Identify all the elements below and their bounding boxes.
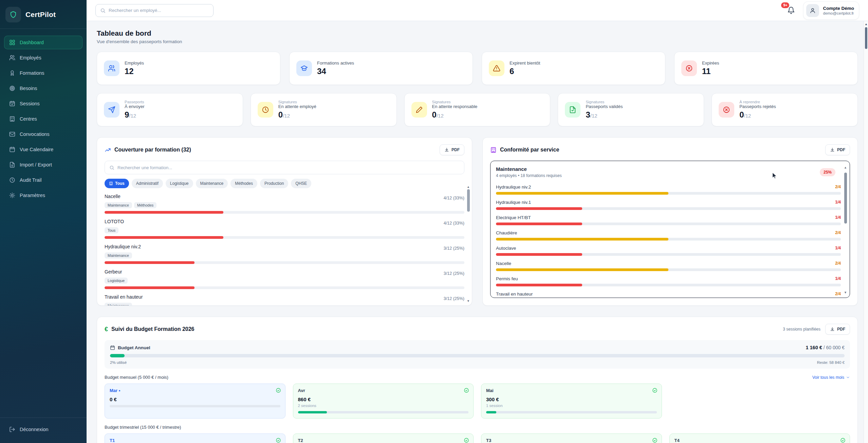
progress-track <box>105 286 464 289</box>
stat-value: 12 <box>125 67 144 76</box>
filter-chip-maintenance[interactable]: Maintenance <box>196 179 228 188</box>
formation-value: 3/12 (25%) <box>444 271 464 276</box>
scroll-up-arrow[interactable]: ▲ <box>467 185 470 189</box>
filter-chip-tous[interactable]: Tous <box>105 179 129 188</box>
account-menu[interactable]: Compte Démo demo@certpilot.fr <box>803 1 859 20</box>
formation-value: 3/12 (25%) <box>444 296 464 301</box>
calendar-icon <box>9 146 15 153</box>
filter-chip-administratif[interactable]: Administratif <box>132 179 163 188</box>
stat-card-expirent-bientot: Expirent bientôt 6 <box>482 52 665 85</box>
send-icon <box>104 102 119 118</box>
filter-chip-methodes[interactable]: Méthodes <box>230 179 257 188</box>
budget-pdf-button[interactable]: PDF <box>825 324 850 335</box>
sidebar: CertPilot Dashboard Employés Formations … <box>0 0 87 443</box>
sidebar-item-besoins[interactable]: Besoins <box>4 82 82 95</box>
stat-label: En attente employé <box>278 104 316 109</box>
stat-value: 0/12 <box>278 110 316 120</box>
alert-triangle-icon <box>489 60 504 76</box>
filter-chip-qhse[interactable]: QHSE <box>291 179 311 188</box>
formation-name: Travail en hauteur <box>105 294 143 300</box>
sidebar-item-label: Convocations <box>20 131 50 137</box>
logout-button[interactable]: Déconnexion <box>4 423 82 436</box>
conformity-pdf-button[interactable]: PDF <box>825 144 850 155</box>
formation-name: Gerbeur <box>105 269 122 274</box>
month-name: Avr <box>298 388 469 393</box>
sidebar-item-vue-calendaire[interactable]: Vue Calendaire <box>4 143 82 156</box>
sidebar-item-sessions[interactable]: Sessions <box>4 97 82 110</box>
see-all-months-link[interactable]: Voir tous les mois <box>812 375 850 380</box>
quarter-name: T3 <box>486 438 657 443</box>
progress-fill <box>496 284 582 286</box>
app-root: CertPilot Dashboard Employés Formations … <box>0 0 868 443</box>
sidebar-item-centres[interactable]: Centres <box>4 112 82 126</box>
notifications-button[interactable]: 9+ <box>786 4 796 16</box>
gear-icon <box>9 192 15 198</box>
page-scrollbar-thumb[interactable] <box>865 27 867 49</box>
calendar-check-icon <box>9 101 15 107</box>
sidebar-item-audit-trail[interactable]: Audit Trail <box>4 173 82 187</box>
sidebar-item-label: Sessions <box>20 101 40 106</box>
formation-tag: Maintenance <box>105 202 132 208</box>
logout-icon <box>9 426 15 432</box>
quarterly-budget-label: Budget trimestriel (15 000 € / trimestre… <box>105 425 181 430</box>
annual-progress-track <box>110 354 845 357</box>
conformity-panel: Conformité par service PDF Maintenance 4… <box>482 137 858 306</box>
conformity-row: Travail en hauteur2/4 <box>491 289 841 298</box>
stat-card-formations-actives: Formations actives 34 <box>289 52 473 85</box>
stat-label: Employés <box>125 60 144 66</box>
clock-icon <box>258 102 273 118</box>
page-scrollbar[interactable]: ▲ <box>864 21 868 443</box>
user-icon <box>810 7 816 14</box>
month-amount: 860 € <box>298 396 469 402</box>
stat-card-passeports-a-envoyer: Passeports À envoyer 9/12 <box>97 93 243 126</box>
formation-search[interactable] <box>105 161 464 174</box>
quarter-name: T1 <box>110 438 280 443</box>
progress-track <box>496 268 841 271</box>
bell-icon <box>787 6 795 14</box>
building-icon <box>109 181 113 185</box>
filter-chip-logistique[interactable]: Logistique <box>166 179 193 188</box>
page-subtitle: Vue d'ensemble des passeports formation <box>97 39 858 44</box>
scroll-up-arrow[interactable]: ▲ <box>865 22 868 26</box>
award-icon <box>9 70 15 76</box>
file-check-icon <box>565 102 580 118</box>
stat-label: Expirées <box>702 60 719 66</box>
graduation-cap-icon <box>296 60 312 76</box>
sidebar-item-employes[interactable]: Employés <box>4 51 82 65</box>
sidebar-item-parametres[interactable]: Paramètres <box>4 189 82 202</box>
sidebar-item-label: Paramètres <box>20 193 45 198</box>
monthly-budget-label: Budget mensuel (5 000 € / mois) <box>105 375 168 380</box>
download-icon <box>444 147 449 152</box>
quarterly-cards: T1 0 € T2 1 160 € T3 0 € <box>105 433 850 443</box>
page-title: Tableau de bord <box>97 29 858 37</box>
filter-chip-production[interactable]: Production <box>260 179 288 188</box>
sidebar-item-import-export[interactable]: Import / Export <box>4 158 82 172</box>
quarter-card-t2: T2 1 160 € <box>293 433 474 443</box>
coverage-pdf-button[interactable]: PDF <box>440 144 464 155</box>
conformity-row: Hydraulique niv.22/4 <box>491 182 841 195</box>
quarter-card-t4: T4 0 € <box>669 433 850 443</box>
stats-secondary-row: Passeports À envoyer 9/12 Signatures En … <box>97 93 858 126</box>
scroll-up-arrow[interactable]: ▲ <box>844 166 847 169</box>
sidebar-item-convocations[interactable]: Convocations <box>4 127 82 141</box>
sidebar-item-formations[interactable]: Formations <box>4 66 82 80</box>
sidebar-item-label: Dashboard <box>20 40 44 45</box>
employee-search-input[interactable] <box>109 8 209 13</box>
progress-fill <box>496 207 582 210</box>
quarter-name: T2 <box>298 438 469 443</box>
conformity-scrollbar-thumb[interactable] <box>844 173 847 224</box>
pen-icon <box>411 102 427 118</box>
scroll-down-arrow[interactable]: ▼ <box>467 299 470 303</box>
check-circle-icon <box>652 438 658 443</box>
sidebar-item-dashboard[interactable]: Dashboard <box>4 36 82 49</box>
month-sessions: 2 sessions <box>298 404 469 408</box>
formation-search-input[interactable] <box>117 165 460 170</box>
trending-up-icon <box>105 147 111 153</box>
scroll-down-arrow[interactable]: ▼ <box>844 291 847 294</box>
sessions-note: 3 sessions planifiées <box>783 327 820 332</box>
formation-value: 3/12 (25%) <box>444 246 464 251</box>
coverage-title: Couverture par formation (32) <box>105 147 191 153</box>
progress-track <box>105 236 464 239</box>
coverage-scrollbar-thumb[interactable] <box>467 189 470 212</box>
employee-search[interactable] <box>95 4 214 17</box>
